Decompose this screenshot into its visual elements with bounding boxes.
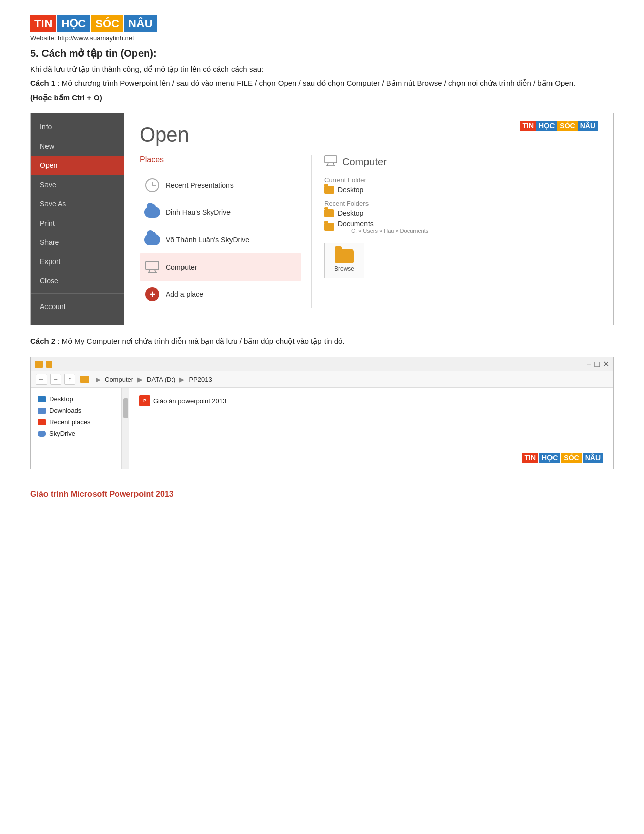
documents-path: C: » Users » Hau » Documents <box>351 228 428 234</box>
place-recent-label: Recent Presentations <box>166 181 234 189</box>
path-sep-2: ▶ <box>137 376 143 383</box>
sidebar-item-open[interactable]: Open <box>31 156 124 175</box>
documents-label: Documents <box>338 220 374 228</box>
cloud-icon-1 <box>144 204 161 221</box>
sidebar-item-info[interactable]: Info <box>31 117 124 137</box>
explorer-minimize-btn[interactable]: − <box>587 360 591 369</box>
sidebar-scrollbar[interactable] <box>122 388 129 469</box>
scroll-thumb <box>123 398 128 418</box>
sidebar-item-account[interactable]: Account <box>31 297 124 316</box>
cach1-shortcut: (Hoặc bấm Ctrl + O) <box>30 92 614 104</box>
computer-heading-svg <box>324 155 338 166</box>
place-skydrive1[interactable]: Dinh Hau's SkyDrive <box>140 199 301 226</box>
sidebar-skydrive-label: SkyDrive <box>49 430 75 437</box>
current-folder-label: Current Folder <box>324 176 468 184</box>
folder-desktop-1-label: Desktop <box>338 186 363 194</box>
folder-desktop-2-label: Desktop <box>338 209 363 217</box>
dialog-logo-nau: NÂU <box>578 121 598 131</box>
back-button[interactable]: ← <box>36 374 47 385</box>
explorer-sidebar: Desktop Downloads Recent places SkyDrive <box>31 388 122 469</box>
dialog-logo-hoc: HỌC <box>536 121 557 131</box>
cach1-label: Cách 1 <box>30 79 55 87</box>
explorer-close-btn[interactable]: ✕ <box>603 359 609 369</box>
sidebar-item-share[interactable]: Share <box>31 233 124 252</box>
right-panel: Computer Current Folder Desktop Recent F… <box>311 155 468 308</box>
sidebar-divider <box>31 293 124 294</box>
place-computer[interactable]: Computer <box>140 253 301 281</box>
logo-tin: TIN <box>30 15 56 32</box>
sidebar-item-export[interactable]: Export <box>31 252 124 271</box>
folder-desktop-2[interactable]: Desktop <box>324 209 468 217</box>
sidebar-item-save[interactable]: Save <box>31 175 124 194</box>
up-button[interactable]: ↑ <box>64 374 75 385</box>
cach1-text: Cách 1 : Mở chương trình Powerpoint lên … <box>30 77 614 90</box>
file-explorer-screenshot: – − □ ✕ ← → ↑ ▶ Computer ▶ DATA (D:) ▶ P… <box>30 357 614 469</box>
sidebar-downloads[interactable]: Downloads <box>31 405 121 416</box>
sidebar-recent[interactable]: Recent places <box>31 416 121 428</box>
section-number: 5. <box>30 48 39 59</box>
path-computer[interactable]: Computer <box>105 376 133 383</box>
place-add[interactable]: + Add a place <box>140 281 301 308</box>
sidebar-desktop[interactable]: Desktop <box>31 393 121 405</box>
plus-shape: + <box>145 287 159 301</box>
ppt-sidebar: Info New Open Save Save As Print Share E… <box>31 113 124 325</box>
place-add-label: Add a place <box>166 290 203 298</box>
sidebar-downloads-icon <box>38 408 46 414</box>
recent-icon-shape <box>145 178 159 192</box>
computer-icon-svg <box>145 261 160 273</box>
explorer-restore-btn[interactable]: □ <box>594 360 600 369</box>
sidebar-skydrive[interactable]: SkyDrive <box>31 428 121 440</box>
path-sep-3: ▶ <box>179 376 185 383</box>
folder-icon-2 <box>324 209 334 217</box>
folder-desktop-1[interactable]: Desktop <box>324 186 468 194</box>
cach1-body: : Mở chương trình Powerpoint lên / sau đ… <box>55 79 575 87</box>
places-title: Places <box>140 155 301 164</box>
sidebar-item-save-as[interactable]: Save As <box>31 194 124 213</box>
sidebar-item-new[interactable]: New <box>31 137 124 156</box>
section-title: 5. Cách mở tập tin (Open): <box>30 47 614 59</box>
ppt-open-dialog: Info New Open Save Save As Print Share E… <box>30 113 614 325</box>
explorer-body: Desktop Downloads Recent places SkyDrive… <box>31 388 613 469</box>
sidebar-downloads-label: Downloads <box>49 407 81 414</box>
clock-icon <box>144 177 161 194</box>
documents-container: Documents C: » Users » Hau » Documents <box>338 220 428 234</box>
path-pp2013[interactable]: PP2013 <box>189 376 212 383</box>
exp-logo-tin: TIN <box>522 453 539 463</box>
plus-icon: + <box>144 286 161 303</box>
page-footer: Giáo trình Microsoft Powerpoint 2013 <box>30 490 614 499</box>
dialog-logo-soc: SÓC <box>557 121 577 131</box>
sidebar-item-print[interactable]: Print <box>31 213 124 233</box>
place-recent[interactable]: Recent Presentations <box>140 171 301 199</box>
recent-folders-label: Recent Folders <box>324 200 468 207</box>
logo-bar: TIN HỌC SÓC NÂU <box>30 15 614 32</box>
logo-hoc: HỌC <box>57 15 90 32</box>
place-skydrive2[interactable]: Võ Thành Luân's SkyDrive <box>140 226 301 253</box>
ppt-content-row: Places Recent Presentations Dinh Hau's S… <box>140 155 598 308</box>
path-data[interactable]: DATA (D:) <box>147 376 175 383</box>
browse-box[interactable]: Browse <box>324 243 364 278</box>
explorer-logo: TIN HỌC SÓC NÂU <box>522 453 603 463</box>
ppt-file-icon: P <box>139 395 150 406</box>
computer-heading: Computer <box>324 155 468 169</box>
sidebar-recent-label: Recent places <box>49 418 90 426</box>
exp-logo-hoc: HỌC <box>539 453 560 463</box>
computer-heading-text: Computer <box>342 156 387 168</box>
sidebar-item-close[interactable]: Close <box>31 271 124 290</box>
file-item-ppt[interactable]: P Giáo án powerpoint 2013 <box>139 395 226 406</box>
dialog-logo-tin: TIN <box>520 121 537 131</box>
cach2-label: Cách 2 <box>30 337 55 345</box>
folder-documents[interactable]: Documents C: » Users » Hau » Documents <box>324 220 468 234</box>
exp-logo-nau: NÂU <box>583 453 603 463</box>
sidebar-recent-icon <box>38 419 46 425</box>
logo-nau: NÂU <box>124 15 157 32</box>
place-skydrive1-label: Dinh Hau's SkyDrive <box>166 208 231 216</box>
cach2-body: : Mở My Computer nơi chứa trình diễn mà … <box>57 337 344 345</box>
sidebar-desktop-icon <box>38 396 46 402</box>
svg-rect-0 <box>146 261 159 270</box>
monitor-icon-place <box>144 258 161 276</box>
ppt-main-area: TIN HỌC SÓC NÂU Open Places Recent Prese… <box>124 113 613 325</box>
nav-folder-icon <box>80 376 89 383</box>
forward-button[interactable]: → <box>50 374 61 385</box>
computer-heading-icon <box>324 155 338 169</box>
dialog-logo: TIN HỌC SÓC NÂU <box>520 121 598 131</box>
